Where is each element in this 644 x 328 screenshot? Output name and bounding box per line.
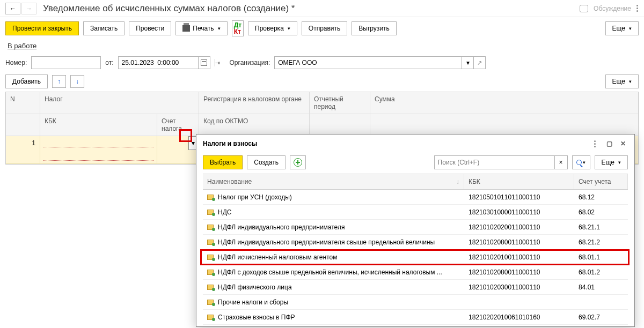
from-label: от: [105,59,113,66]
org-input[interactable] [274,56,462,69]
move-down-button[interactable]: ↓ [70,75,84,88]
move-up-button[interactable]: ↑ [52,75,66,88]
item-icon [207,270,214,275]
number-input[interactable] [31,56,101,69]
tax-picker-popup: Налоги и взносы ▢ ✕ Выбрать Создать × ▾ … [196,134,635,327]
popup-menu-icon[interactable] [590,139,600,148]
row-acc: 68.01.2 [579,269,600,276]
grid-more-button[interactable]: Еще▾ [605,74,639,88]
row-kbk: 18210102020011000110 [469,223,540,231]
create-group-button[interactable] [290,155,306,169]
row-name: НДФЛ индивидуального предпринимателя [218,223,345,231]
row-name: Страховые взносы в ПФР [218,314,295,321]
col-n: N [6,92,40,114]
row-name: НДФЛ с доходов свыше предельной величины… [218,269,442,276]
row-num: 1 [6,136,40,150]
col-reg: Регистрация в налоговом органе [199,92,310,114]
dtkt-button[interactable]: ДтКт [232,20,244,36]
chat-icon [580,5,588,12]
popup-col-acc[interactable]: Счет учета [574,174,628,189]
date-link-button[interactable]: ⇥ [215,59,220,66]
row-acc: 69.02.7 [579,314,600,321]
date-input[interactable] [118,56,199,69]
row-acc: 68.01.1 [579,254,600,261]
org-label: Организация: [230,59,270,66]
item-icon [207,240,214,245]
tax-list-row[interactable]: НДФЛ индивидуального предпринимателя свы… [203,235,628,250]
item-icon [207,285,214,290]
col-oktmo: Код по ОКТМО [199,114,310,136]
col-kbk: КБК [40,114,157,136]
search-icon [576,160,582,165]
row-acc: 68.21.1 [579,223,600,231]
col-period: Отчетный период [310,92,370,114]
print-button[interactable]: Печать▾ [175,21,227,35]
row-kbk: 18210501011011000110 [469,193,540,201]
printer-icon [182,25,190,32]
post-button[interactable]: Провести [129,21,171,35]
post-and-close-button[interactable]: Провести и закрыть [5,21,79,35]
row-acc: 68.12 [579,193,595,201]
tax-list-row[interactable]: Прочие налоги и сборы [203,295,628,310]
tax-list-row[interactable]: НДФЛ исчисленный налоговым агентом182101… [203,250,628,265]
popup-col-name[interactable]: Наименование↓ [203,174,464,189]
more-menu-icon[interactable] [636,5,639,12]
row-acc: 84.01 [579,284,595,291]
org-open-button[interactable]: ↗ [474,56,486,69]
nav-back[interactable]: ← [5,3,20,14]
tax-list-row[interactable]: Страховые взносы в ПФР182102020100610101… [203,310,628,325]
tax-list-row[interactable]: Налог при УСН (доходы)182105010110110001… [203,190,628,205]
popup-col-kbk[interactable]: КБК [464,174,574,189]
tax-list-row[interactable]: НДС1821030100001100011068.02 [203,205,628,220]
col-sum: Сумма [370,92,628,114]
item-icon [207,255,214,260]
create-button[interactable]: Создать [247,155,286,169]
page-title: Уведомление об исчисленных суммах налого… [43,3,295,14]
tax-list-row[interactable]: НДФЛ индивидуального предпринимателя1821… [203,220,628,235]
search-clear-button[interactable]: × [555,155,568,169]
row-kbk: 18210102080011000110 [469,269,540,276]
add-row-button[interactable]: Добавить [5,74,48,88]
row-name: Налог при УСН (доходы) [218,193,292,201]
row-kbk: 18210102080011000110 [469,238,540,246]
status-link[interactable]: В работе [8,42,36,50]
nav-forward[interactable]: → [21,3,36,14]
select-button[interactable]: Выбрать [203,155,243,169]
search-input[interactable] [434,155,555,169]
org-dropdown-button[interactable]: ▾ [462,56,474,69]
tax-list-row[interactable]: НДФЛ физического лица1821010203001100011… [203,280,628,295]
cell-kbk[interactable] [40,150,157,163]
popup-more-button[interactable]: Еще▾ [595,155,628,169]
calendar-button[interactable] [199,56,210,69]
col-tax: Налог [40,92,199,114]
plus-icon [294,158,302,167]
tax-list-row[interactable]: НДФЛ с доходов свыше предельной величины… [203,265,628,280]
search-button[interactable]: ▾ [572,155,590,169]
popup-title: Налоги и взносы [203,140,257,147]
row-name: НДФЛ физического лица [218,284,292,291]
row-name: НДС [218,208,231,216]
row-name: НДФЛ исчисленный налоговым агентом [218,254,337,261]
cell-tax[interactable] [40,136,157,150]
col-tax-acc: Счет налога [157,114,199,136]
more-button[interactable]: Еще▾ [605,21,639,35]
row-kbk: 18210202010061010160 [469,314,540,321]
item-icon [207,195,214,200]
export-button[interactable]: Выгрузить [352,21,397,35]
row-acc: 68.21.2 [579,238,600,246]
row-name: НДФЛ индивидуального предпринимателя свы… [218,238,435,246]
popup-close-button[interactable]: ✕ [618,139,628,148]
row-name: Прочие налоги и сборы [218,299,288,306]
popup-maximize-button[interactable]: ▢ [604,139,614,148]
row-kbk: 18210102010011000110 [469,254,540,261]
item-icon [207,225,214,230]
row-kbk: 18210301000011000110 [469,208,540,216]
discussion-label[interactable]: Обсуждение [594,5,631,12]
send-button[interactable]: Отправить [302,21,348,35]
item-icon [207,315,214,320]
check-button[interactable]: Проверка▾ [248,21,297,35]
write-button[interactable]: Записать [83,21,125,35]
number-label: Номер: [5,59,27,66]
calendar-icon [201,59,207,66]
row-acc: 68.02 [579,208,595,216]
